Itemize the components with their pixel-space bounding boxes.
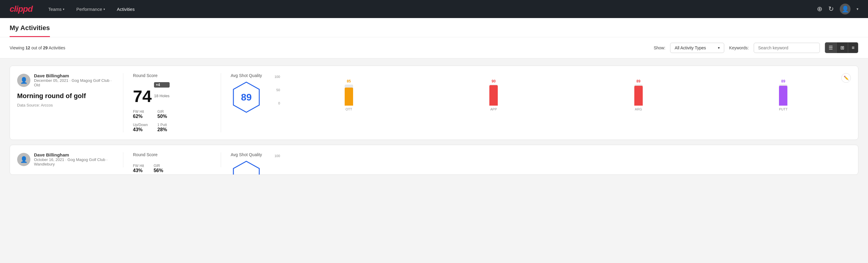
- toolbar: Viewing 12 out of 29 Activities Show: Al…: [0, 37, 868, 58]
- show-label: Show:: [654, 46, 665, 50]
- user-row-2: 👤 Dave Billingham October 16, 2021 · Gog…: [17, 152, 114, 167]
- y-label-100-2: 100: [275, 154, 280, 158]
- card-divider: [221, 73, 221, 133]
- user-avatar[interactable]: 👤: [840, 4, 850, 14]
- nav-label-activities: Activities: [117, 7, 135, 12]
- updown-value: 43%: [133, 127, 148, 133]
- fw-hit-label: FW Hit: [133, 110, 148, 114]
- bar-label-ott: OTT: [346, 108, 352, 111]
- avatar-2: 👤: [17, 153, 30, 166]
- activity-type-value: All Activity Types: [675, 46, 706, 50]
- updown-stat: Up/Down 43%: [133, 123, 148, 133]
- nav-item-activities[interactable]: Activities: [116, 7, 136, 12]
- fw-hit-stat-2: FW Hit 43%: [133, 164, 144, 173]
- y-axis-2: 100: [272, 154, 280, 175]
- bar-val-ott: 85: [347, 79, 351, 83]
- y-label-100: 100: [275, 75, 280, 79]
- updown-label: Up/Down: [133, 123, 148, 127]
- activity-type-dropdown[interactable]: All Activity Types ▾: [670, 43, 724, 53]
- card-stats-2: Round Score FW Hit 43% GIR 56%: [133, 152, 211, 173]
- chevron-down-icon: ▾: [718, 46, 720, 50]
- stats-grid: FW Hit 62% Up/Down 43% GIR 50% 1 Putt: [133, 110, 211, 133]
- hexagon-svg-2: [233, 161, 260, 175]
- y-label-0: 0: [278, 101, 280, 105]
- card-left: 👤 Dave Billingham December 05, 2021 · Go…: [17, 73, 114, 108]
- viewing-label: Activities: [48, 46, 65, 50]
- hex-score: 89: [241, 92, 252, 103]
- user-name: Dave Billingham: [34, 73, 114, 78]
- avatar-icon: 👤: [20, 77, 28, 84]
- user-date: December 05, 2021 · Gog Magog Golf Club …: [34, 78, 114, 87]
- user-info-2: Dave Billingham October 16, 2021 · Gog M…: [34, 152, 114, 167]
- list-view-icon: ☰: [829, 45, 833, 51]
- chevron-down-icon: ▾: [103, 7, 105, 11]
- user-name-2: Dave Billingham: [34, 152, 114, 157]
- add-button[interactable]: ⊕: [817, 5, 822, 13]
- stats-grid-2: FW Hit 43% GIR 56%: [133, 164, 211, 173]
- list-view-button[interactable]: ☰: [825, 42, 837, 53]
- hexagon: 89: [233, 82, 260, 113]
- hexagon-2: [233, 161, 260, 175]
- card-quality-2: Avg Shot Quality 100 94 93: [231, 152, 851, 175]
- app-logo: clippd: [10, 4, 32, 14]
- user-row: 👤 Dave Billingham December 05, 2021 · Go…: [17, 73, 114, 87]
- fw-hit-value: 62%: [133, 114, 148, 119]
- data-source: Data Source: Arccos: [17, 103, 114, 108]
- score-holes: 18 Holes: [154, 94, 169, 98]
- bar-label-putt: PUTT: [779, 108, 788, 111]
- keywords-label: Keywords:: [729, 46, 749, 50]
- round-score-label-2: Round Score: [133, 152, 211, 157]
- card-quality: ✏️ Avg Shot Quality 89 100 50 0: [231, 73, 851, 113]
- stat-col-left: FW Hit 62% Up/Down 43%: [133, 110, 148, 133]
- nav-item-performance[interactable]: Performance ▾: [75, 7, 106, 12]
- oneputt-label: 1 Putt: [157, 123, 167, 127]
- bar-label-app: APP: [490, 108, 497, 111]
- activity-card-2: 👤 Dave Billingham October 16, 2021 · Gog…: [10, 145, 858, 175]
- avatar: 👤: [17, 74, 30, 87]
- nav-icons: ⊕ ↻ 👤 ▾: [817, 4, 858, 14]
- avg-shot-label: Avg Shot Quality: [231, 73, 262, 78]
- viewing-total: 29: [43, 46, 48, 50]
- stat-col-right: GIR 50% 1 Putt 28%: [157, 110, 167, 133]
- bars-area: 100 50 0 85 OTT 90: [272, 75, 851, 111]
- card-divider: [123, 73, 123, 133]
- refresh-button[interactable]: ↻: [828, 5, 834, 13]
- bar-track-arg: [634, 85, 643, 106]
- nav-label-teams: Teams: [48, 7, 61, 12]
- bars-area-2: 100 94 93 106 87: [272, 154, 851, 175]
- compact-view-button[interactable]: ≡: [848, 42, 858, 53]
- gir-stat-2: GIR 56%: [154, 164, 163, 173]
- bar-val-app: 90: [492, 79, 496, 83]
- search-input[interactable]: [754, 43, 820, 53]
- avatar-icon: 👤: [20, 156, 28, 163]
- nav-label-performance: Performance: [76, 7, 102, 12]
- user-dropdown-chevron[interactable]: ▾: [857, 7, 858, 11]
- view-toggle: ☰ ⊞ ≡: [825, 42, 858, 53]
- stat-col-left-2: FW Hit 43%: [133, 164, 144, 173]
- fw-hit-label-2: FW Hit: [133, 164, 144, 168]
- avatar-icon: 👤: [841, 5, 849, 12]
- activities-list: 👤 Dave Billingham December 05, 2021 · Go…: [0, 58, 868, 182]
- gir-label-2: GIR: [154, 164, 163, 168]
- bar-fill-arg: [634, 86, 643, 106]
- bar-track-app: [489, 85, 498, 106]
- round-score-label: Round Score: [133, 73, 211, 78]
- viewing-prefix: Viewing: [10, 46, 26, 50]
- user-info: Dave Billingham December 05, 2021 · Gog …: [34, 73, 114, 87]
- bar-group-app: 90 APP: [426, 79, 561, 111]
- grid-view-button[interactable]: ⊞: [837, 42, 848, 53]
- page-title: My Activities: [10, 18, 50, 37]
- bar-val-arg: 89: [637, 79, 640, 83]
- gir-value-2: 56%: [154, 168, 163, 173]
- oneputt-value: 28%: [157, 127, 167, 133]
- bar-fill-ott: [345, 88, 353, 106]
- card-divider-2: [123, 152, 123, 167]
- gir-label: GIR: [157, 110, 167, 114]
- bar-label-arg: ARG: [635, 108, 642, 111]
- svg-marker-1: [234, 161, 259, 175]
- score-diff: +4: [154, 82, 169, 88]
- nav-item-teams[interactable]: Teams ▾: [47, 7, 65, 12]
- user-date-2: October 16, 2021 · Gog Magog Golf Club ·…: [34, 157, 114, 167]
- page-header: My Activities: [0, 18, 868, 37]
- bar-chart: 100 50 0 85 OTT 90: [272, 75, 851, 111]
